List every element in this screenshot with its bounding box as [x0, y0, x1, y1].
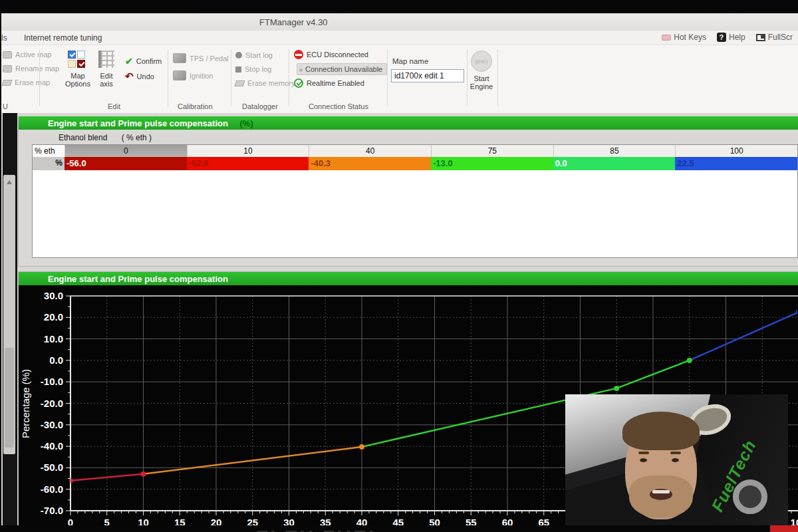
- edit-axis-button[interactable]: Edit axis: [94, 72, 118, 88]
- tps-pedal-button[interactable]: TPS / Pedal: [173, 53, 229, 63]
- start-engine-label-line1: Start: [473, 74, 489, 82]
- erase-memory-icon: [234, 80, 245, 86]
- undo-button[interactable]: ↶ Undo: [125, 70, 154, 82]
- hot-keys-label: Hot Keys: [674, 33, 706, 42]
- active-map-label: Active map: [15, 51, 51, 59]
- start-log-button[interactable]: Start log: [235, 51, 273, 59]
- scrollbar-thumb[interactable]: [5, 348, 14, 448]
- erase-memory-button[interactable]: Erase memory: [235, 79, 295, 87]
- realtime-label: Realtime Enabled: [307, 79, 364, 87]
- eth-column-header-100[interactable]: 100: [675, 145, 797, 157]
- presenter-eyebrow: [670, 452, 681, 454]
- active-map-icon: [3, 51, 12, 59]
- confirm-button[interactable]: ✔ Confirm: [125, 56, 162, 66]
- erase-map-button[interactable]: Erase map: [3, 78, 50, 86]
- eth-header-cells: 010407585100: [65, 145, 797, 157]
- presenter-eye: [672, 458, 679, 462]
- y-tick-label: -20.0: [41, 398, 63, 409]
- y-tick-label: -30.0: [41, 419, 63, 430]
- start-engine-button[interactable]: (Esc): [471, 51, 492, 72]
- map-panel-header: Engine start and Prime pulse compensatio…: [19, 116, 798, 130]
- left-scrollbar[interactable]: [3, 175, 15, 454]
- ribbon-divider: [497, 49, 498, 106]
- corner-red-block: [770, 525, 798, 532]
- map-options-label: Map Options: [65, 72, 90, 88]
- undo-arrow-icon: ↶: [125, 70, 134, 82]
- window-title: FTManager v4.30: [259, 17, 328, 27]
- fullscreen-button[interactable]: FullScr: [756, 33, 793, 42]
- ignition-label: Ignition: [190, 72, 213, 80]
- eth-value-cell-100[interactable]: 22.5: [675, 157, 797, 170]
- erase-map-label: Erase map: [15, 78, 50, 86]
- rename-map-icon: [3, 65, 12, 72]
- ignition-icon: [173, 70, 186, 80]
- eth-column-header-40[interactable]: 40: [309, 145, 431, 157]
- letterbox-top: [0, 0, 798, 13]
- datalogger-group-label: Datalogger: [242, 102, 278, 110]
- rename-map-button[interactable]: Rename map: [3, 65, 59, 72]
- eth-value-cells: -56.0-52.9-40.3-13.00.022.5: [65, 157, 797, 170]
- connection-unavailable-chip[interactable]: Connection Unavailable: [297, 63, 387, 75]
- erase-memory-label: Erase memory: [247, 79, 295, 87]
- ecu-status-label: ECU Disconnected: [307, 51, 368, 59]
- stop-log-button[interactable]: Stop log: [235, 65, 271, 73]
- data-point-10[interactable]: [141, 471, 146, 477]
- eth-value-cell-40[interactable]: -40.3: [309, 157, 431, 170]
- data-point-40[interactable]: [359, 444, 364, 450]
- chart-panel-header: Engine start and Prime pulse compensatio…: [19, 272, 798, 285]
- series-segment: [690, 312, 798, 360]
- ignition-button[interactable]: Ignition: [173, 70, 213, 80]
- map-name-input[interactable]: [391, 69, 464, 82]
- flex-fuel-caption: FLEX FUEL: [256, 526, 456, 532]
- record-circle-icon: [235, 52, 242, 59]
- realtime-indicator: Realtime Enabled: [294, 78, 364, 88]
- table-value-row: % -56.0-52.9-40.3-13.00.022.5: [33, 157, 797, 170]
- titlebar: FTManager v4.30: [1, 13, 798, 31]
- ribbon-divider: [289, 49, 289, 106]
- stop-square-icon: [235, 66, 241, 72]
- start-engine-label-line2: Engine: [470, 82, 493, 90]
- ecu-disconnected-icon: [294, 50, 303, 59]
- map-panel-title: Engine start and Prime pulse compensatio…: [48, 118, 228, 128]
- data-point-75[interactable]: [614, 386, 619, 391]
- menu-fragment[interactable]: ls: [1, 33, 7, 43]
- eth-column-header-85[interactable]: 85: [553, 145, 676, 157]
- fullscreen-label: FullScr: [768, 33, 793, 42]
- axis-title: Ethanol blend: [59, 133, 107, 142]
- eth-value-cell-0[interactable]: -56.0: [65, 157, 187, 170]
- rename-map-label: Rename map: [15, 65, 59, 72]
- confirm-label: Confirm: [136, 57, 162, 65]
- y-tick-label: -70.0: [41, 505, 63, 516]
- y-tick-label: 0.0: [49, 354, 63, 366]
- edit-group-label: Edit: [108, 102, 120, 110]
- edit-axis-icon: [98, 51, 114, 68]
- tps-pedal-label: TPS / Pedal: [190, 55, 229, 63]
- start-log-label: Start log: [245, 51, 273, 59]
- y-tick-label: -50.0: [41, 462, 63, 473]
- erase-map-icon: [1, 80, 12, 86]
- table-header-row: % eth 010407585100: [33, 145, 797, 157]
- hot-keys-button[interactable]: Hot Keys: [662, 33, 706, 42]
- eth-value-cell-10[interactable]: -52.9: [187, 157, 309, 170]
- eth-column-header-0[interactable]: 0: [65, 145, 187, 157]
- y-tick-label: -10.0: [41, 376, 63, 387]
- y-axis-title: Percentage (%): [20, 369, 31, 438]
- ecu-status-indicator: ECU Disconnected: [294, 50, 368, 59]
- data-point-85[interactable]: [687, 358, 692, 363]
- presenter-hair: [622, 412, 700, 450]
- help-button[interactable]: ? Help: [717, 33, 745, 42]
- scroll-up-arrow-icon[interactable]: [7, 180, 12, 184]
- map-group-label-fragment: U: [3, 102, 8, 110]
- row-header-eth: % eth: [33, 145, 65, 157]
- eth-column-header-75[interactable]: 75: [431, 145, 553, 157]
- eth-value-cell-75[interactable]: -13.0: [431, 157, 553, 170]
- eth-value-cell-85[interactable]: 0.0: [553, 157, 676, 170]
- compensation-table: % eth 010407585100 % -56.0-52.9-40.3-13.…: [32, 144, 798, 258]
- map-options-button[interactable]: Map Options: [60, 72, 96, 88]
- confirm-check-icon: ✔: [125, 56, 133, 66]
- y-tick-label: -40.0: [41, 440, 63, 452]
- eth-column-header-10[interactable]: 10: [187, 145, 309, 157]
- active-map-button[interactable]: Active map: [3, 51, 51, 59]
- menu-internet-remote-tuning[interactable]: Internet remote tuning: [24, 33, 102, 43]
- help-label: Help: [729, 33, 745, 42]
